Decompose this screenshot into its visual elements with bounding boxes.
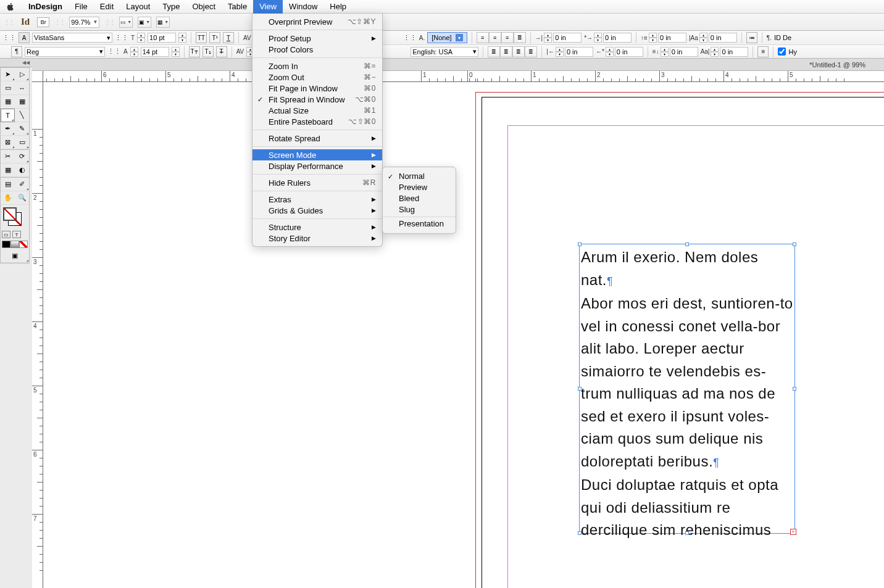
language-select[interactable]: English: USA▾ xyxy=(411,47,478,57)
justify-left-button[interactable]: ≣ xyxy=(514,32,526,43)
justify-center-button[interactable]: ≣ xyxy=(500,46,512,57)
bridge-button[interactable]: Br xyxy=(37,17,49,27)
space-field[interactable]: 0 in xyxy=(658,33,686,43)
stepper[interactable]: ▴▾ xyxy=(137,33,145,43)
menu-item-zoom-out[interactable]: Zoom Out⌘− xyxy=(252,72,382,83)
ruler-origin[interactable] xyxy=(32,71,43,82)
indent-field[interactable]: 0 in xyxy=(615,47,643,57)
indent-field[interactable]: 0 in xyxy=(565,47,593,57)
stepper[interactable]: ▴▾ xyxy=(130,47,138,57)
menu-item-grids-guides[interactable]: Grids & Guides▶ xyxy=(252,205,382,216)
apple-logo-icon[interactable] xyxy=(6,2,15,11)
stepper[interactable]: ▴▾ xyxy=(544,33,552,43)
space-field[interactable]: 0 in xyxy=(709,33,737,43)
content-collector-tool[interactable]: ▦ xyxy=(1,95,15,109)
rectangle-frame-tool[interactable]: ⊠ xyxy=(1,136,15,149)
tools-collapse-handle[interactable]: ◀◀ xyxy=(0,59,32,67)
view-mode-toggle[interactable]: ▣ xyxy=(1,249,29,263)
subscript-button[interactable]: T₁ xyxy=(202,46,214,57)
note-tool[interactable]: ▤ xyxy=(1,178,15,191)
overset-indicator-icon[interactable]: + xyxy=(790,529,796,535)
stepper[interactable]: ▴▾ xyxy=(661,47,669,57)
font-size-field[interactable]: 10 pt xyxy=(148,33,176,43)
text-frame[interactable]: + Arum il exerio. Nem doles nat.¶ Abor m… xyxy=(579,244,795,534)
para-format-mode[interactable]: ¶ xyxy=(11,46,22,57)
view-options-button[interactable]: ▭▼ xyxy=(119,17,133,28)
underline-button[interactable]: T xyxy=(223,32,234,43)
eyedropper-tool[interactable]: ✐ xyxy=(15,178,29,191)
indent-field[interactable]: 0 in xyxy=(603,33,632,43)
stepper[interactable]: ▴▾ xyxy=(711,47,719,57)
space-field[interactable]: 0 in xyxy=(720,47,748,57)
allcaps-button[interactable]: TT xyxy=(196,32,207,43)
menubar-item-help[interactable]: Help xyxy=(323,0,352,14)
apply-none-icon[interactable] xyxy=(19,241,28,248)
stepper[interactable]: ▴▾ xyxy=(172,47,180,57)
zoom-tool[interactable]: 🔍 xyxy=(15,191,29,205)
selection-tool[interactable]: ➤ xyxy=(1,68,15,81)
stepper[interactable]: ▴▾ xyxy=(178,33,186,43)
screen-mode-button[interactable]: ▣▼ xyxy=(138,17,151,28)
menu-item-fit-spread-in-window[interactable]: ✓Fit Spread in Window⌥⌘0 xyxy=(252,94,382,105)
menu-item-story-editor[interactable]: Story Editor▶ xyxy=(252,233,382,244)
menu-item-zoom-in[interactable]: Zoom In⌘= xyxy=(252,60,382,72)
menubar-item-object[interactable]: Object xyxy=(186,0,222,14)
justify-all-button[interactable]: ≣ xyxy=(488,46,500,57)
menu-item-hide-rulers[interactable]: Hide Rulers⌘R xyxy=(252,177,382,188)
menu-item-structure[interactable]: Structure▶ xyxy=(252,222,382,233)
submenu-bleed[interactable]: Bleed xyxy=(383,193,456,204)
indesign-logo[interactable]: Id xyxy=(21,17,30,27)
char-format-mode[interactable]: A xyxy=(19,32,30,43)
stepper[interactable]: ▴▾ xyxy=(606,47,614,57)
menu-item-actual-size[interactable]: Actual Size⌘1 xyxy=(252,105,382,116)
numbering-button[interactable]: ≡ xyxy=(757,46,769,57)
content-placer-tool[interactable]: ▦ xyxy=(15,95,29,109)
strike-button[interactable]: T xyxy=(216,46,227,57)
document-canvas[interactable]: + Arum il exerio. Nem doles nat.¶ Abor m… xyxy=(43,82,884,588)
submenu-slug[interactable]: Slug xyxy=(383,204,456,215)
superscript-button[interactable]: T¹ xyxy=(209,32,220,43)
menubar-item-window[interactable]: Window xyxy=(283,0,323,14)
bullets-button[interactable]: ≔ xyxy=(746,32,757,43)
document-title[interactable]: *Untitled-1 @ 99% xyxy=(809,61,865,68)
leading-field[interactable]: 14 pt xyxy=(141,47,169,57)
menu-item-display-performance[interactable]: Display Performance▶ xyxy=(252,160,382,172)
hand-tool[interactable]: ✋ xyxy=(1,191,15,205)
menu-item-extras[interactable]: Extras▶ xyxy=(252,194,382,205)
submenu-normal[interactable]: ✓Normal xyxy=(383,171,456,182)
vertical-ruler[interactable]: 1234567 xyxy=(32,82,43,588)
rectangle-tool[interactable]: ▭ xyxy=(15,136,29,149)
stepper[interactable]: ▴▾ xyxy=(556,47,564,57)
horizontal-ruler[interactable]: 76541012345 xyxy=(32,71,884,82)
smallcaps-button[interactable]: Tᴛ xyxy=(189,46,200,57)
menu-item-rotate-spread[interactable]: Rotate Spread▶ xyxy=(252,133,382,144)
gap-tool[interactable]: ↔ xyxy=(15,81,29,95)
justify-right-button[interactable]: ≣ xyxy=(512,46,525,57)
gradient-feather-tool[interactable]: ◐ xyxy=(15,164,29,177)
menubar-item-view[interactable]: View xyxy=(253,0,283,14)
apply-gradient-icon[interactable] xyxy=(10,241,19,248)
menu-item-fit-page-in-window[interactable]: Fit Page in Window⌘0 xyxy=(252,83,382,94)
pencil-tool[interactable]: ✎ xyxy=(15,122,29,136)
pen-tool[interactable]: ✒ xyxy=(1,122,15,136)
menu-appname[interactable]: InDesign xyxy=(22,0,69,14)
format-text-icon[interactable]: T xyxy=(12,231,21,238)
stepper[interactable]: ▴▾ xyxy=(699,33,707,43)
body-text[interactable]: Arum il exerio. Nem doles nat.¶ Abor mos… xyxy=(580,244,794,544)
align-spine-button[interactable]: ≣ xyxy=(525,46,537,57)
submenu-presentation[interactable]: Presentation xyxy=(383,218,456,230)
align-center-button[interactable]: ≡ xyxy=(489,32,501,43)
menu-item-entire-pasteboard[interactable]: Entire Pasteboard⌥⇧⌘0 xyxy=(252,116,382,127)
apply-color-icon[interactable] xyxy=(2,241,10,248)
font-family-field[interactable]: VistaSans▾ xyxy=(32,33,112,43)
stepper[interactable]: ▴▾ xyxy=(594,33,602,43)
zoom-level-select[interactable]: 99.7%▼ xyxy=(69,17,99,28)
direct-selection-tool[interactable]: ▷ xyxy=(15,68,29,81)
menubar-item-layout[interactable]: Layout xyxy=(120,0,156,14)
menubar-item-edit[interactable]: Edit xyxy=(94,0,120,14)
space-field[interactable]: 0 in xyxy=(670,47,698,57)
gradient-swatch-tool[interactable]: ▦ xyxy=(1,164,15,177)
menubar-item-table[interactable]: Table xyxy=(222,0,253,14)
transform-tool[interactable]: ⟳ xyxy=(15,150,29,164)
fill-stroke-swatch[interactable] xyxy=(1,205,29,230)
